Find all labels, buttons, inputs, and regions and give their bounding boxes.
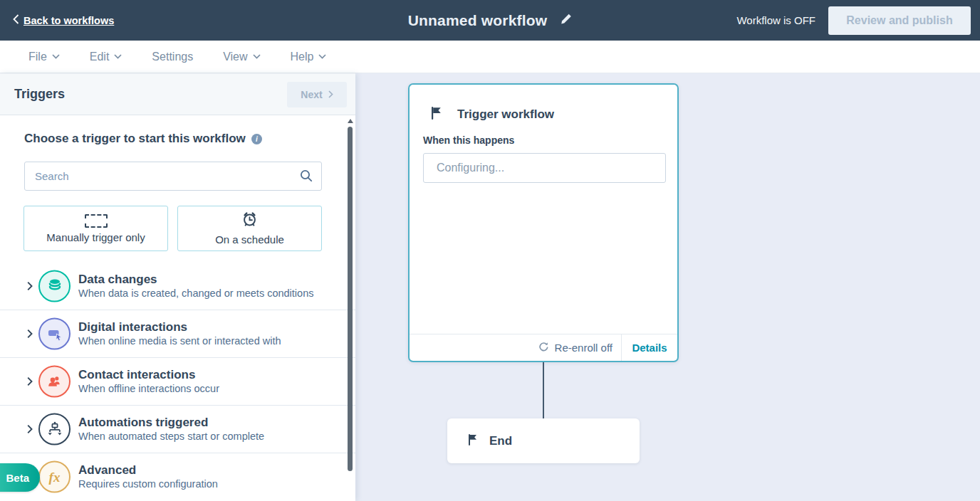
menu-edit[interactable]: Edit [90, 51, 123, 63]
trigger-node-title: Trigger workflow [457, 107, 554, 122]
row-subtitle: Requires custom configuration [78, 478, 218, 491]
search-icon [300, 169, 313, 185]
row-subtitle: When data is created, changed or meets c… [78, 287, 313, 300]
row-contact-interactions[interactable]: Contact interactions When offline intera… [0, 357, 355, 405]
row-automations-triggered[interactable]: Automations triggered When automated ste… [0, 405, 355, 453]
chevron-down-icon [52, 54, 60, 59]
chevron-down-icon [253, 54, 261, 59]
back-to-workflows-link[interactable]: Back to workflows [13, 0, 114, 41]
top-bar: Back to workflows Unnamed workflow Workf… [0, 0, 980, 41]
trigger-search-input[interactable] [24, 162, 322, 191]
fx-icon: fx [38, 461, 71, 493]
marquee-icon [85, 214, 108, 228]
menu-settings[interactable]: Settings [152, 51, 193, 63]
schedule-trigger-card[interactable]: On a schedule [177, 206, 322, 251]
menu-view[interactable]: View [223, 51, 260, 63]
database-icon [38, 270, 71, 302]
triggers-panel: Triggers Next Choose a trigger to start … [0, 73, 355, 501]
row-data-changes[interactable]: Data changes When data is created, chang… [0, 262, 355, 310]
contacts-icon [38, 366, 71, 398]
chevron-left-icon [13, 14, 19, 26]
row-subtitle: When automated steps start or complete [78, 430, 264, 443]
back-link-label: Back to workflows [24, 15, 114, 26]
row-digital-interactions[interactable]: Digital interactions When online media i… [0, 310, 355, 357]
cursor-click-icon [38, 318, 71, 350]
alarm-clock-icon [241, 211, 258, 230]
chevron-right-icon [27, 329, 33, 339]
edit-pencil-icon[interactable] [560, 13, 572, 28]
when-this-happens-label: When this happens [423, 135, 514, 146]
triggers-panel-body: Choose a trigger to start this workflow … [0, 116, 355, 501]
workflow-title: Unnamed workflow [408, 12, 548, 29]
sitemap-icon [38, 413, 71, 445]
chevron-right-icon [27, 425, 33, 434]
scroll-up-arrow-icon [348, 119, 353, 123]
triggers-panel-header: Triggers Next [0, 73, 355, 115]
chevron-down-icon [318, 54, 326, 59]
trigger-workflow-node[interactable]: Trigger workflow When this happens Confi… [408, 83, 679, 362]
flag-icon [431, 106, 442, 123]
trigger-node-footer: Re-enroll off Details [410, 334, 677, 361]
row-title: Data changes [78, 271, 313, 286]
reenroll-label: Re-enroll off [555, 342, 612, 354]
row-subtitle: When offline interactions occur [78, 382, 219, 396]
end-node: End [447, 418, 640, 463]
chevron-right-icon [27, 281, 33, 290]
end-node-label: End [489, 434, 512, 448]
manual-trigger-card[interactable]: Manually trigger only [24, 206, 168, 251]
chevron-down-icon [114, 54, 122, 59]
configuring-box: Configuring... [423, 153, 666, 183]
review-and-publish-button[interactable]: Review and publish [828, 6, 971, 35]
row-title: Advanced [78, 463, 218, 478]
chevron-right-icon [328, 90, 333, 98]
node-connector-line [543, 362, 544, 418]
flag-icon [468, 433, 477, 449]
reenroll-status: Re-enroll off [410, 334, 621, 361]
beta-badge: Beta [0, 463, 40, 492]
menu-file[interactable]: File [28, 51, 60, 63]
menu-help[interactable]: Help [291, 51, 327, 63]
chevron-right-icon [27, 377, 33, 386]
row-title: Digital interactions [78, 320, 281, 334]
details-link[interactable]: Details [622, 334, 677, 361]
row-title: Contact interactions [78, 367, 219, 382]
trigger-category-list: Data changes When data is created, chang… [0, 262, 355, 500]
refresh-icon [538, 342, 549, 354]
workflow-canvas[interactable]: Trigger workflow When this happens Confi… [355, 73, 980, 501]
row-advanced[interactable]: fx Advanced Requires custom configuratio… [0, 453, 355, 500]
row-subtitle: When online media is sent or interacted … [78, 334, 281, 348]
workflow-title-group: Unnamed workflow [408, 12, 573, 29]
scrollbar-thumb[interactable] [348, 127, 353, 471]
next-button[interactable]: Next [287, 82, 347, 107]
panel-title: Triggers [14, 87, 65, 102]
workflow-status-text: Workflow is OFF [736, 14, 815, 26]
info-icon[interactable]: i [251, 134, 262, 144]
panel-scrollbar[interactable] [348, 117, 353, 501]
row-title: Automations triggered [78, 415, 264, 430]
choose-trigger-heading: Choose a trigger to start this workflow … [24, 132, 262, 146]
menu-bar: File Edit Settings View Help [0, 41, 980, 73]
